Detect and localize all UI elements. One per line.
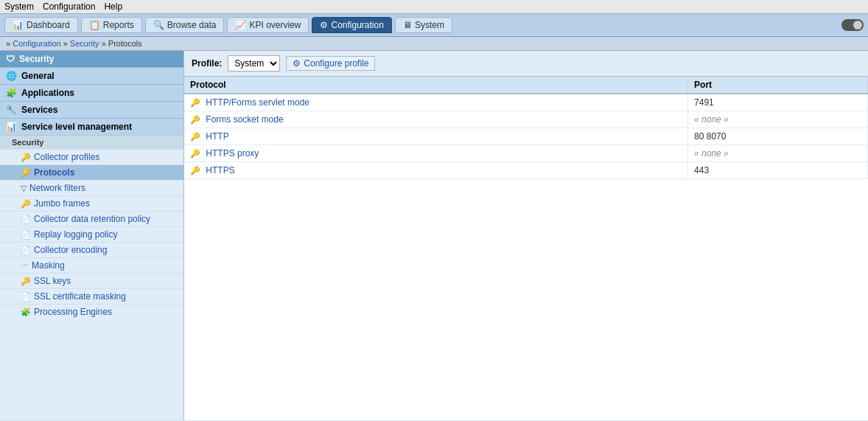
protocol-row-icon: 🔑 [190,149,200,158]
protocol-cell: 🔑 HTTPS proxy [184,145,688,162]
sidebar: 🛡 Security 🌐 General 🧩 Applications 🔧 Se… [0,51,184,420]
protocol-name[interactable]: Forms socket mode [206,114,283,125]
sidebar-item-ssl-keys[interactable]: 🔑 SSL keys [0,273,183,288]
replay-logging-icon: 📄 [21,230,31,240]
dashboard-icon: 📊 [13,20,24,30]
general-icon: 🌐 [6,71,17,81]
col-port: Port [688,77,868,94]
network-filters-icon: ▽ [21,184,27,193]
tab-configuration[interactable]: ⚙ Configuration [312,17,391,33]
kpi-icon: 📈 [235,20,246,30]
protocol-cell: 🔑 Forms socket mode [184,111,688,128]
menu-bar: System Configuration Help [0,0,868,14]
breadcrumb: » Configuration » Security » Protocols [0,37,868,51]
table-row: 🔑 HTTPS proxy « none » [184,145,868,162]
protocol-cell: 🔑 HTTP [184,128,688,145]
protocol-row-icon: 🔑 [190,115,200,124]
port-value: 443 [694,165,709,175]
system-icon: 🖥 [403,20,412,30]
collector-encoding-icon: 📄 [21,246,31,255]
sidebar-item-processing-engines[interactable]: 🧩 Processing Engines [0,304,183,319]
sidebar-section-security[interactable]: 🛡 Security [0,51,183,67]
sidebar-item-collector-data-retention[interactable]: 📄 Collector data retention policy [0,211,183,226]
applications-icon: 🧩 [6,88,17,98]
toggle-knob [853,21,862,29]
content-area: Profile: System ⚙ Configure profile Prot… [184,51,868,420]
configure-profile-button[interactable]: ⚙ Configure profile [286,56,375,71]
sidebar-item-collector-encoding[interactable]: 📄 Collector encoding [0,242,183,257]
protocol-name[interactable]: HTTP [206,131,228,142]
breadcrumb-security[interactable]: Security [70,39,99,48]
table-row: 🔑 HTTP/Forms servlet mode 7491 [184,94,868,111]
profile-select[interactable]: System [228,55,280,72]
collector-profiles-icon: 🔑 [21,153,31,162]
protocol-row-icon: 🔑 [190,132,200,141]
sidebar-item-protocols[interactable]: 🔑 Protocols [0,164,183,180]
tab-bar: 📊 Dashboard 📋 Reports 🔍 Browse data 📈 KP… [0,14,868,37]
menu-help[interactable]: Help [104,1,122,12]
tab-browse-data[interactable]: 🔍 Browse data [145,17,225,33]
port-value: « none » [694,148,729,159]
services-icon: 🔧 [6,105,17,115]
sidebar-item-network-filters[interactable]: ▽ Network filters [0,180,183,195]
sidebar-item-masking[interactable]: ⋯ Masking [0,257,183,273]
breadcrumb-current: Protocols [108,39,142,48]
profile-label: Profile: [192,58,222,69]
ssl-cert-masking-icon: 📄 [21,292,31,302]
sidebar-item-general[interactable]: 🌐 General [0,67,183,84]
port-cell: 443 [688,162,868,179]
sidebar-item-ssl-certificate-masking[interactable]: 📄 SSL certificate masking [0,288,183,304]
port-value: « none » [694,114,729,125]
protocols-icon: 🔑 [21,168,31,178]
ssl-keys-icon: 🔑 [21,276,31,286]
col-protocol: Protocol [184,77,688,94]
menu-system[interactable]: System [4,1,34,12]
port-value: 80 8070 [694,131,726,142]
config-icon: ⚙ [320,20,328,30]
port-cell: 80 8070 [688,128,868,145]
reports-icon: 📋 [89,20,100,30]
sidebar-item-applications[interactable]: 🧩 Applications [0,84,183,101]
sidebar-item-jumbo-frames[interactable]: 🔑 Jumbo frames [0,195,183,211]
jumbo-frames-icon: 🔑 [21,199,31,209]
protocol-name[interactable]: HTTP/Forms servlet mode [206,97,309,108]
menu-configuration[interactable]: Configuration [43,1,95,12]
security-icon: 🛡 [6,54,15,64]
breadcrumb-configuration[interactable]: Configuration [13,39,60,48]
tab-system[interactable]: 🖥 System [395,17,452,33]
protocol-name[interactable]: HTTPS [206,165,234,175]
table-row: 🔑 Forms socket mode « none » [184,111,868,128]
main-layout: 🛡 Security 🌐 General 🧩 Applications 🔧 Se… [0,51,868,420]
port-cell: « none » [688,111,868,128]
protocol-name[interactable]: HTTPS proxy [206,148,259,159]
protocol-cell: 🔑 HTTP/Forms servlet mode [184,94,688,111]
table-row: 🔑 HTTP 80 8070 [184,128,868,145]
service-level-icon: 📊 [6,122,17,132]
protocol-row-icon: 🔑 [190,98,200,107]
sidebar-group-security: Security [0,135,183,149]
port-value: 7491 [694,97,714,108]
port-cell: 7491 [688,94,868,111]
tab-reports[interactable]: 📋 Reports [81,17,142,33]
sidebar-item-collector-profiles[interactable]: 🔑 Collector profiles [0,149,183,164]
data-retention-icon: 📄 [21,215,31,224]
sidebar-item-replay-logging[interactable]: 📄 Replay logging policy [0,226,183,242]
port-cell: « none » [688,145,868,162]
masking-icon: ⋯ [21,261,29,271]
table-row: 🔑 HTTPS 443 [184,162,868,179]
protocol-cell: 🔑 HTTPS [184,162,688,179]
tab-dashboard[interactable]: 📊 Dashboard [4,17,78,33]
configure-icon: ⚙ [293,58,301,69]
sidebar-item-service-level[interactable]: 📊 Service level management [0,118,183,135]
toggle-button[interactable] [841,19,864,31]
tab-kpi-overview[interactable]: 📈 KPI overview [227,17,309,33]
sidebar-item-services[interactable]: 🔧 Services [0,101,183,118]
protocol-table: Protocol Port 🔑 HTTP/Forms servlet mode … [184,77,868,179]
protocol-row-icon: 🔑 [190,166,200,175]
processing-engines-icon: 🧩 [21,307,31,317]
content-header: Profile: System ⚙ Configure profile [184,51,868,77]
browse-icon: 🔍 [153,20,164,30]
